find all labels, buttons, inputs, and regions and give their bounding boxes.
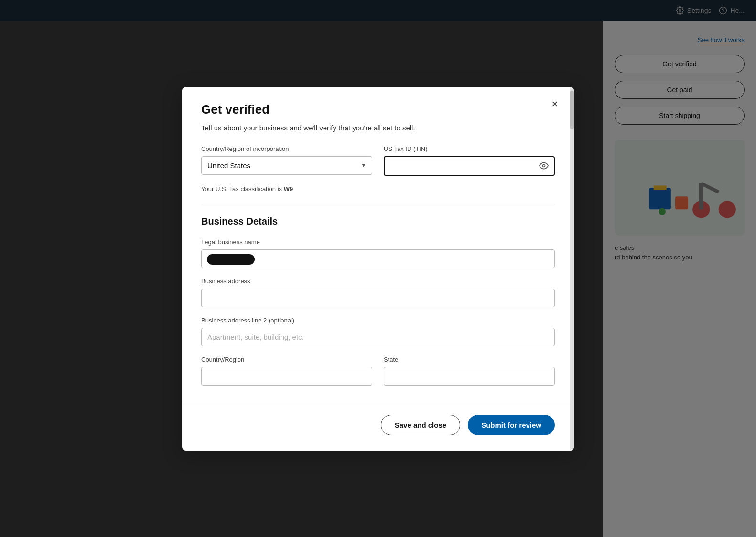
tin-input[interactable] [384,156,534,176]
submit-for-review-button[interactable]: Submit for review [468,415,555,435]
tin-input-wrapper [384,156,555,176]
business-address-group: Business address [201,278,555,307]
svg-point-11 [543,165,545,167]
tin-group: US Tax ID (TIN) [384,145,555,176]
tin-label: US Tax ID (TIN) [384,145,555,152]
save-and-close-button[interactable]: Save and close [381,415,460,435]
tax-classification-note: Your U.S. Tax classification is W9 [201,185,555,204]
eye-icon [539,161,549,171]
country-tin-row: Country/Region of incorporation United S… [201,145,555,176]
modal-body: Country/Region of incorporation United S… [182,145,574,405]
modal-dialog: × Get verified Tell us about your busine… [182,87,574,451]
address-country-input[interactable] [201,367,372,386]
country-group: Country/Region of incorporation United S… [201,145,372,176]
scrollbar[interactable] [570,87,574,451]
legal-name-group: Legal business name [201,238,555,268]
modal-title: Get verified [201,102,555,117]
address-country-label: Country/Region [201,356,372,363]
state-label: State [384,356,555,363]
address-line2-group: Business address line 2 (optional) [201,317,555,346]
country-label: Country/Region of incorporation [201,145,372,152]
legal-name-input-wrapper [201,249,555,268]
country-select-wrapper: United States ▼ [201,156,372,175]
toggle-tin-visibility-button[interactable] [534,156,555,176]
business-address-label: Business address [201,278,555,285]
tax-classification-prefix: Your U.S. Tax classification is [201,185,282,193]
modal-close-button[interactable]: × [547,97,562,112]
country-select[interactable]: United States [201,156,372,175]
business-address-input[interactable] [201,289,555,307]
address-line2-label: Business address line 2 (optional) [201,317,555,324]
tax-classification-value: W9 [284,185,293,193]
business-details-title: Business Details [201,216,555,227]
scrollbar-thumb[interactable] [570,91,574,129]
country-state-row: Country/Region State [201,356,555,386]
state-group: State [384,356,555,386]
modal-header: Get verified Tell us about your business… [182,87,574,145]
address-line2-input[interactable] [201,328,555,346]
modal-subtitle: Tell us about your business and we'll ve… [201,124,555,132]
legal-name-label: Legal business name [201,238,555,246]
redacted-name [207,254,255,265]
address-country-group: Country/Region [201,356,372,386]
modal-footer: Save and close Submit for review [182,405,574,451]
state-input[interactable] [384,367,555,386]
modal-overlay: × Get verified Tell us about your busine… [0,0,756,537]
